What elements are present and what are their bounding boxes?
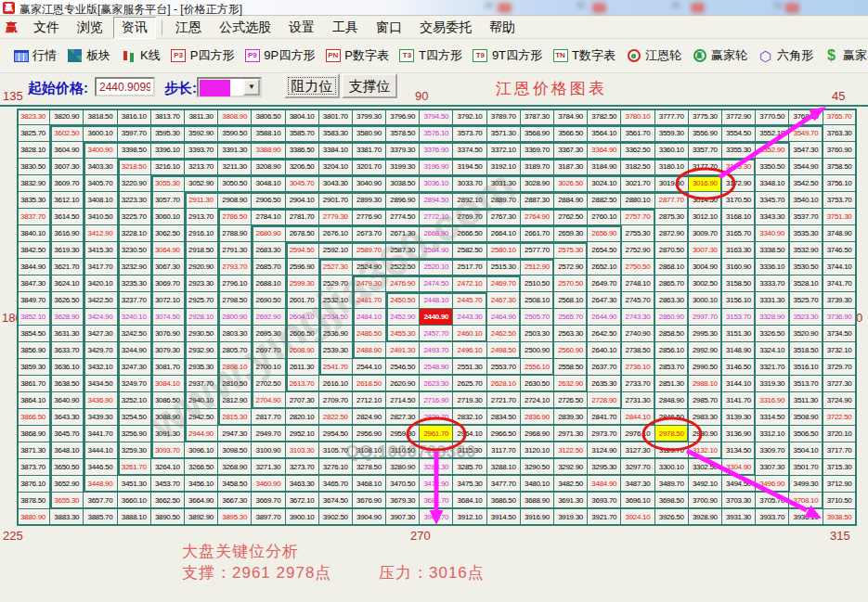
price-cell: 2949.70 [252,426,285,442]
combobox-dropdown-button[interactable]: ▼ [243,79,260,96]
price-cell: 3453.70 [151,476,185,493]
resistance-button[interactable]: 阻力位 [284,73,340,98]
price-cell: 3355.30 [722,142,756,159]
price-cell: 2714.50 [386,392,420,409]
price-cell: 2985.70 [689,392,722,409]
blurred-item [773,2,783,8]
menu-item-9[interactable]: 帮助 [482,18,523,38]
menu-item-3[interactable]: 江恩 [168,18,209,38]
price-cell: 3004.90 [689,259,722,275]
price-cell: 3876.10 [17,476,50,493]
price-cell: 3501.70 [789,459,823,476]
angle-label-0: 0 [856,311,862,325]
menu-item-0[interactable]: 文件 [26,18,67,38]
price-cell: 2997.70 [689,309,722,326]
price-cell: 3765.70 [823,109,857,125]
price-cell: 2721.70 [487,392,521,409]
price-cell: 3592.90 [185,125,218,142]
menu-item-7[interactable]: 窗口 [369,18,409,38]
price-cell: 3516.10 [789,359,823,376]
price-cell: 3304.90 [722,459,756,476]
menu-item-1[interactable]: 浏览 [70,18,110,38]
price-cell: 3938.50 [823,509,857,526]
support-button[interactable]: 支撑位 [342,73,397,98]
toolbar-button-0[interactable]: 行情 [13,47,57,64]
price-cell: 3386.50 [286,142,319,159]
menu-item-4[interactable]: 公式选股 [212,18,279,38]
price-cell: 2520.10 [420,259,453,275]
price-cell: 3338.50 [756,242,789,259]
price-cell: 2582.50 [453,242,486,259]
price-cell: 2457.70 [420,326,453,342]
price-cell: 3134.50 [722,442,756,459]
price-cell: 3806.50 [252,109,285,125]
toolbar-button-10[interactable]: 赢赢家轮 [692,47,747,64]
price-cell: 3208.90 [252,159,285,175]
price-cell: 2779.30 [319,209,353,225]
price-cell: 2824.90 [353,409,386,426]
price-cell: 3866.50 [17,409,50,426]
price-cell: 2577.70 [521,242,554,259]
price-cell: 2481.70 [353,292,386,309]
table-icon [13,48,29,63]
price-cell: 3024.10 [588,175,621,192]
menu-logo-icon: 赢 [5,20,19,34]
price-cell: 3405.70 [84,175,117,192]
toolbar-button-5[interactable]: PNP数字表 [325,47,389,64]
price-cell: 2671.30 [386,225,420,242]
toolbar-button-2[interactable]: K线 [121,47,161,64]
price-cell: 3676.90 [353,493,386,509]
price-cell: 3408.10 [84,192,117,209]
price-cell: 2906.50 [252,192,285,209]
price-cell: 3849.70 [17,292,50,309]
toolbar-button-4[interactable]: P99P四方形 [244,47,315,64]
menu-item-6[interactable]: 工具 [325,18,366,38]
toolbar-button-11[interactable]: ⬡六角形 [758,47,813,64]
price-cell: 3189.70 [521,159,554,175]
toolbar-button-8[interactable]: TNT数字表 [552,47,615,64]
angle-label-135: 135 [3,89,23,103]
price-cell: 2738.50 [621,342,654,359]
price-cell: 3016.90 [689,175,722,192]
price-cell: 3777.70 [655,109,689,125]
menu-item-8[interactable]: 交易委托 [412,18,479,38]
price-cell: 2803.30 [218,326,252,342]
price-cell: 2680.90 [252,225,285,242]
price-cell: 3643.30 [50,409,84,426]
price-cell: 3753.70 [823,192,857,209]
price-cell: 3475.30 [453,476,486,493]
menu-item-5[interactable]: 设置 [281,18,322,38]
price-cell: 3645.70 [50,426,84,442]
price-cell: 3206.50 [286,159,319,175]
toolbar-button-9[interactable]: 江恩轮 [626,47,681,64]
toolbar-button-1[interactable]: 板块 [67,47,110,64]
price-cell: 3439.30 [84,409,117,426]
toolbar-button-7[interactable]: T99T四方形 [473,47,542,64]
price-cell: 2592.10 [319,242,353,259]
price-cell: 2952.10 [286,426,319,442]
price-cell: 3559.30 [655,125,689,142]
toolbar-button-label: 行情 [32,47,57,64]
price-cell: 2673.70 [353,225,386,242]
price-cell: 3897.70 [252,509,285,526]
price-cell: 2872.90 [655,225,689,242]
price-cell: 3124.90 [588,442,621,459]
start-price-input[interactable] [95,77,155,96]
price-cell: 3105.70 [319,442,353,459]
price-cell: 3616.90 [50,225,84,242]
price-cell: 2892.10 [453,192,486,209]
toolbar-button-12[interactable]: $赢家服务 [823,47,868,64]
price-cell: 2776.90 [353,209,386,225]
toolbar-button-6[interactable]: T3T四方形 [399,47,462,64]
price-cell: 2959.30 [386,426,420,442]
toolbar-button-3[interactable]: P3P四方形 [171,47,235,64]
price-cell: 3237.70 [118,292,151,309]
price-cell: 3583.30 [319,125,353,142]
price-cell: 3264.10 [151,459,185,476]
price-cell: 2925.70 [185,292,218,309]
step-color-combobox[interactable]: ▼ [197,77,262,97]
price-cell: 2599.30 [286,275,319,292]
menu-item-2[interactable]: 资讯 [113,17,156,39]
price-cell: 3204.10 [319,159,353,175]
price-cell: 2712.10 [353,392,386,409]
